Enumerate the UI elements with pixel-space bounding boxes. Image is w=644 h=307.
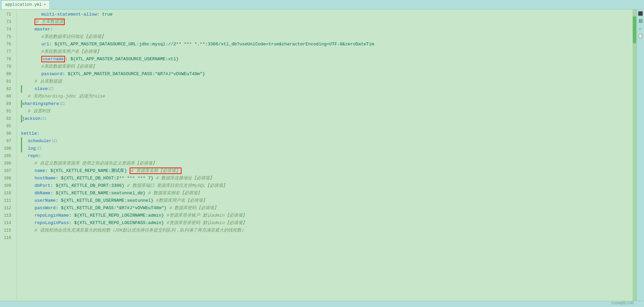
line-number: 89 — [0, 100, 14, 108]
line-number: 80 — [0, 70, 14, 78]
code-line — [21, 234, 632, 242]
code-line: repoLoginName: ${XTL_KETTLE_REPO_LOGINNA… — [21, 212, 632, 219]
code-line: dbName: ${XTL_KETTLE_DB_NAME:seatunnel_d… — [21, 190, 632, 197]
right-sidebar: ⬛ 🖼 ✏ 📋 — [637, 9, 644, 301]
code-line: slave:□ — [21, 85, 632, 93]
code-line: # 关闭sharding-jdbc 必须为false — [21, 93, 632, 100]
sidebar-icon-2[interactable]: 🖼 — [638, 18, 643, 24]
tab-close-button[interactable]: × — [44, 3, 46, 7]
code-line: master: — [21, 26, 632, 33]
comment-text: # 从库数据源 — [35, 79, 62, 84]
line-number: 115 — [0, 227, 14, 234]
line-number: 100 — [0, 145, 14, 152]
code-line: username: ${XTL_APP_MASTER_DATASOURCE_US… — [21, 56, 632, 63]
key-text: name — [35, 168, 45, 173]
line-number: 76 — [0, 41, 14, 48]
line-number: 96 — [0, 130, 14, 137]
code-line: # 设置时区 — [21, 108, 632, 115]
comment-text: #系统数据库密码【必填项】 — [41, 64, 97, 69]
comment-text: # 该线程池会优先充满至最大的线程数（JDK默认优先将任务提交到队列，队列满了再… — [35, 228, 246, 233]
line-number: 72 — [0, 11, 14, 18]
highlighted-comment: # 资源库名称【必填项】 — [130, 168, 182, 174]
line-number: 116 — [0, 234, 14, 242]
comment-text: #系统数据库用户名【必填项】 — [41, 49, 101, 54]
code-line: kettle: — [21, 130, 632, 137]
code-line: hostName: ${XTL_KETTLE_DB_HOST:2** *** *… — [21, 175, 632, 182]
bottom-bar: CSDN@初小码 — [0, 301, 644, 307]
code-line: userName: ${XTL_KETTLE_DB_USERNAME:seatu… — [21, 197, 632, 204]
code-line — [21, 123, 632, 130]
line-number: 105 — [0, 152, 14, 160]
line-number: 73 — [0, 18, 14, 26]
code-line: #系统数据库密码【必填项】 — [21, 63, 632, 70]
line-number: 97 — [0, 137, 14, 145]
code-line: #系统数据库用户名【必填项】 — [21, 48, 632, 56]
comment-text: # 设置时区 — [28, 109, 51, 114]
tab-filename: application.yml — [5, 2, 42, 7]
code-line: name: ${XTL_KETTLE_REPO_NAME:测试库} # 资源库名… — [21, 167, 632, 175]
tab-bar: application.yml × — [0, 0, 644, 9]
line-numbers: 7273747576777879808182888991929596971001… — [0, 9, 17, 301]
line-number: 91 — [0, 108, 14, 115]
code-line: jackson:□ — [21, 115, 632, 123]
line-number: 75 — [0, 33, 14, 41]
line-number: 113 — [0, 212, 14, 219]
line-number: 95 — [0, 123, 14, 130]
line-number: 107 — [0, 167, 14, 175]
line-number: 109 — [0, 182, 14, 190]
line-number: 108 — [0, 175, 14, 182]
value-text: : ${XTL_APP_MASTER_DATASOURCE_USERNAME:x… — [65, 57, 178, 62]
line-number: 114 — [0, 219, 14, 227]
editor-container: application.yml × 7273747576777879808182… — [0, 0, 644, 307]
code-line: # 该线程池会优先充满至最大的线程数（JDK默认优先将任务提交到队列，队列满了再… — [21, 227, 632, 234]
code-line: password: ${XTL_APP_MASTER_DATASOURCE_PA… — [21, 70, 632, 78]
scrollbar-thumb[interactable] — [633, 16, 636, 43]
line-number: 77 — [0, 48, 14, 56]
editor-tab[interactable]: application.yml × — [1, 0, 50, 9]
line-number: 74 — [0, 26, 14, 33]
line-number: 111 — [0, 197, 14, 204]
comment-text: # 主库数据源 — [35, 19, 65, 25]
comment-text: # 关闭sharding-jdbc 必须为false — [28, 94, 105, 99]
line-number: 92 — [0, 115, 14, 123]
code-area[interactable]: multi-statement-allow: true# 主库数据源master… — [17, 9, 632, 301]
line-number: 82 — [0, 85, 14, 93]
code-line: scheduler:□ — [21, 137, 632, 145]
comment-text: #系统数据库访问地址【必填项】 — [41, 34, 106, 39]
sidebar-icon-1[interactable]: ⬛ — [638, 11, 643, 16]
code-line: shardingsphere:□ — [21, 100, 632, 108]
code-line: passWord: ${XTL_KETTLE_DB_PASS:"&R7#J*vD… — [21, 204, 632, 212]
vertical-scrollbar[interactable] — [632, 9, 637, 301]
comment-text: # 自定义数据库资源库 使用之前必须先定义资源库【必填项】 — [35, 161, 157, 166]
line-number: 78 — [0, 56, 14, 63]
sidebar-icon-3[interactable]: ✏ — [638, 26, 643, 31]
sidebar-icon-4[interactable]: 📋 — [638, 33, 643, 39]
code-line: # 主库数据源 — [21, 18, 632, 26]
code-line: # 自定义数据库资源库 使用之前必须先定义资源库【必填项】 — [21, 160, 632, 167]
editor-body: 7273747576777879808182888991929596971001… — [0, 9, 644, 301]
line-number: 112 — [0, 204, 14, 212]
line-number: 110 — [0, 190, 14, 197]
code-line: #系统数据库访问地址【必填项】 — [21, 33, 632, 41]
code-line: dbPort: ${XTL_KETTLE_DB_PORT:3306} # 数据库… — [21, 182, 632, 190]
code-line: repoLoginPass: ${XTL_KETTLE_REPO_LOGINPA… — [21, 219, 632, 227]
value-text: : ${XTL_KETTLE_REPO_NAME:测试库} — [45, 168, 130, 173]
code-line: log:□ — [21, 145, 632, 152]
line-number: 81 — [0, 78, 14, 85]
watermark: CSDN@初小码 — [611, 301, 634, 306]
code-line: # 从库数据源 — [21, 78, 632, 85]
code-line: repo: — [21, 152, 632, 160]
code-line: url: ${XTL_APP_MASTER_DATASOURCE_URL:jdb… — [21, 41, 632, 48]
line-number: 88 — [0, 93, 14, 100]
code-line: multi-statement-allow: true — [21, 11, 632, 18]
line-number: 106 — [0, 160, 14, 167]
line-number: 79 — [0, 63, 14, 70]
highlighted-key: username — [41, 56, 65, 62]
